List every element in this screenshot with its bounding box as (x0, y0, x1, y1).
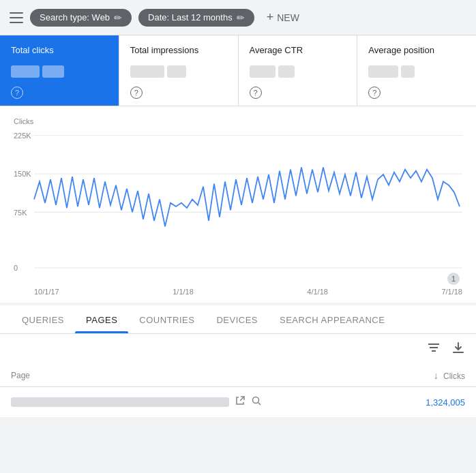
col-clicks-header[interactable]: ↓ Clicks (389, 365, 476, 387)
metric-title-average-position: Average position (368, 45, 465, 55)
external-link-icon[interactable] (235, 395, 246, 409)
svg-text:150K: 150K (14, 170, 31, 178)
page-url-blur (11, 397, 229, 407)
menu-icon[interactable] (10, 12, 23, 23)
table-controls (0, 334, 476, 365)
download-icon[interactable] (451, 341, 465, 358)
search-type-edit-icon: ✏ (114, 12, 122, 23)
table-row: 1,324,005 (0, 387, 476, 418)
metric-blur-5 (250, 65, 276, 78)
plus-icon: + (267, 10, 274, 25)
chart-svg: 225K 150K 75K 0 (14, 128, 462, 285)
svg-text:0: 0 (14, 264, 18, 272)
x-tick-2: 1/1/18 (173, 288, 194, 296)
metric-value-bar-clicks (11, 62, 108, 81)
tab-search-appearance[interactable]: SEARCH APPEARANCE (269, 305, 396, 333)
clicks-cell: 1,324,005 (389, 387, 476, 418)
help-icon-position[interactable]: ? (368, 87, 381, 99)
metric-title-total-clicks: Total clicks (11, 45, 108, 55)
search-type-label: Search type: Web (40, 12, 110, 22)
new-button[interactable]: + NEW (261, 7, 305, 28)
x-tick-4: 7/1/18 (441, 288, 462, 296)
top-bar: Search type: Web ✏ Date: Last 12 months … (0, 0, 476, 35)
tab-countries[interactable]: COUNTRIES (128, 305, 205, 333)
metric-blur-2 (42, 65, 64, 78)
metric-value-bar-impressions (130, 62, 227, 81)
data-table: Page ↓ Clicks (0, 365, 476, 418)
filter-icon[interactable] (427, 341, 441, 357)
bottom-panel: QUERIES PAGES COUNTRIES DEVICES SEARCH A… (0, 305, 476, 418)
svg-line-14 (258, 403, 261, 406)
metrics-row: Total clicks ? Total impressions ? Avera… (0, 35, 476, 106)
metric-blur-4 (167, 65, 186, 78)
metric-value-bar-ctr (250, 62, 346, 81)
metric-blur-8 (401, 65, 415, 78)
svg-text:225K: 225K (14, 131, 31, 139)
metric-blur-1 (11, 65, 40, 78)
svg-point-13 (253, 397, 259, 403)
tab-devices[interactable]: DEVICES (205, 305, 269, 333)
svg-text:75K: 75K (14, 208, 27, 216)
x-tick-1: 10/1/17 (34, 288, 59, 296)
page-cell (0, 387, 389, 418)
chart-area: Clicks 225K 150K 75K 0 1 10/1/17 1/1/18 … (0, 106, 476, 305)
col-page-header: Page (0, 365, 389, 387)
x-axis: 10/1/17 1/1/18 4/1/18 7/1/18 (14, 285, 462, 296)
metric-card-average-ctr[interactable]: Average CTR ? (239, 35, 358, 106)
search-type-chip[interactable]: Search type: Web ✏ (30, 9, 132, 27)
metric-title-average-ctr: Average CTR (250, 45, 346, 55)
metric-value-bar-position (368, 62, 465, 81)
date-range-edit-icon: ✏ (237, 12, 245, 23)
x-tick-3: 4/1/18 (307, 288, 328, 296)
tab-pages[interactable]: PAGES (75, 305, 128, 333)
magnify-icon[interactable] (251, 395, 262, 409)
date-range-chip[interactable]: Date: Last 12 months ✏ (138, 9, 254, 27)
chart-container: 225K 150K 75K 0 (14, 128, 462, 285)
metric-blur-7 (368, 65, 398, 78)
help-icon-impressions[interactable]: ? (130, 87, 143, 99)
clicks-value: 1,324,005 (426, 397, 465, 408)
metric-title-total-impressions: Total impressions (130, 45, 227, 55)
tabs-row: QUERIES PAGES COUNTRIES DEVICES SEARCH A… (0, 305, 476, 334)
metric-blur-6 (278, 65, 295, 78)
metric-blur-3 (130, 65, 164, 78)
metric-card-total-impressions[interactable]: Total impressions ? (119, 35, 239, 106)
svg-line-12 (240, 397, 244, 401)
metric-card-total-clicks[interactable]: Total clicks ? (0, 35, 119, 106)
help-icon-ctr[interactable]: ? (250, 87, 262, 99)
sort-icon: ↓ (434, 370, 438, 381)
tab-queries[interactable]: QUERIES (11, 305, 75, 333)
metric-card-average-position[interactable]: Average position ? (357, 35, 476, 106)
help-icon-clicks[interactable]: ? (11, 87, 23, 99)
date-range-label: Date: Last 12 months (148, 12, 233, 22)
new-label: NEW (277, 12, 299, 23)
chart-y-label: Clicks (14, 117, 462, 125)
